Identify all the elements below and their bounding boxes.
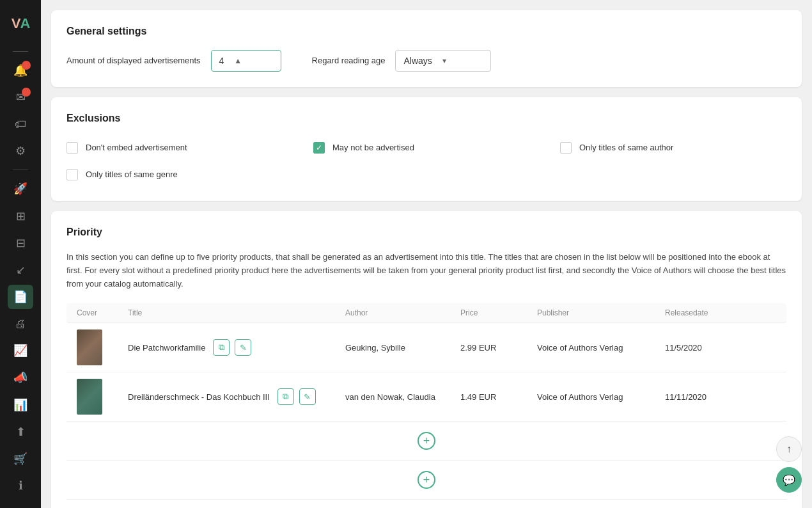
regard-chevron-icon: ▾ [442, 56, 446, 65]
publisher-cell-1: Voice of Authors Verlag [537, 343, 665, 353]
copy-icon-2[interactable]: ⧉ [277, 388, 294, 405]
sidebar-divider-1 [13, 51, 28, 52]
main-content: General settings Amount of displayed adv… [41, 0, 812, 508]
book-title-2: Dreiländerschmeck - Das Kochbuch III [128, 392, 270, 402]
cart-icon[interactable]: 🛒 [8, 447, 33, 471]
priority-description: In this section you can define up to fiv… [66, 251, 786, 290]
chart-icon[interactable]: 📈 [8, 338, 33, 363]
cover-inner-1 [78, 331, 101, 364]
download-icon[interactable]: ↙ [8, 258, 33, 282]
logo: VA [6, 10, 35, 37]
exclusion-item-same-genre: Only titles of same genre [66, 169, 293, 180]
date-cell-2: 11/11/2020 [665, 392, 748, 402]
sidebar: VA 🔔 ✉ 🏷 ⚙ 🚀 ⊞ ⊟ ↙ 📄 🖨 📈 📣 📊 ⬆ 🛒 ℹ [0, 0, 41, 508]
add-button-1[interactable]: + [418, 432, 435, 450]
title-cell-1: Die Patchworkfamilie ⧉ ✎ [128, 339, 345, 356]
book-cover-1 [77, 329, 102, 365]
same-genre-label: Only titles of same genre [86, 170, 178, 180]
priority-title: Priority [66, 226, 786, 238]
general-settings-title: General settings [66, 26, 786, 37]
dont-embed-checkbox[interactable] [66, 142, 78, 154]
regard-setting-group: Regard reading age Always ▾ [312, 50, 492, 72]
megaphone-icon[interactable]: 📣 [8, 365, 33, 390]
print-icon[interactable]: 🖨 [8, 312, 33, 336]
price-cell-2: 1.49 EUR [460, 392, 537, 402]
priority-card: Priority In this section you can define … [51, 211, 802, 508]
table-row: Die Patchworkfamilie ⧉ ✎ Geuking, Sybill… [66, 323, 786, 372]
settings-icon[interactable]: ⚙ [8, 139, 33, 163]
regard-value: Always [403, 56, 432, 66]
col-title: Title [128, 308, 345, 317]
add-button-2[interactable]: + [418, 471, 435, 489]
add-row-2: + [66, 461, 786, 500]
bar-chart-icon[interactable]: 📊 [8, 393, 33, 417]
same-genre-checkbox[interactable] [66, 169, 78, 180]
amount-label: Amount of displayed advertisements [66, 56, 201, 67]
price-cell-1: 2.99 EUR [460, 343, 537, 353]
grid-icon[interactable]: ⊞ [8, 204, 33, 228]
copy-icon-1[interactable]: ⧉ [213, 339, 230, 356]
exclusions-grid: Don't embed advertisement ✓ May not be a… [66, 137, 786, 186]
add-row-1: + [66, 422, 786, 461]
publisher-cell-2: Voice of Authors Verlag [537, 392, 665, 402]
author-cell-2: van den Nowak, Claudia [345, 392, 460, 402]
same-author-checkbox[interactable] [560, 142, 572, 154]
export-icon[interactable]: ⬆ [8, 420, 33, 444]
regard-label: Regard reading age [312, 56, 386, 67]
exclusions-card: Exclusions Don't embed advertisement ✓ M… [51, 97, 802, 201]
exclusion-item-same-author: Only titles of same author [560, 142, 786, 154]
priority-table-header: Cover Title Author Price Publisher Relea… [66, 303, 786, 323]
amount-chevron-icon: ▲ [234, 56, 242, 65]
scroll-top-button[interactable]: ↑ [776, 436, 802, 462]
edit-icon-2[interactable]: ✎ [299, 388, 316, 405]
col-publisher: Publisher [537, 308, 665, 317]
apps-icon[interactable]: ⊟ [8, 231, 33, 255]
col-releasedate: Releasedate [665, 308, 748, 317]
author-cell-1: Geuking, Sybille [345, 343, 460, 353]
cover-inner-2 [78, 380, 101, 413]
title-cell-2: Dreiländerschmeck - Das Kochbuch III ⧉ ✎ [128, 388, 345, 405]
floating-buttons: ↑ 💬 [776, 436, 802, 493]
notification-badge [22, 61, 31, 70]
general-settings-card: General settings Amount of displayed adv… [51, 10, 802, 87]
chat-button[interactable]: 💬 [776, 467, 802, 493]
regard-select[interactable]: Always ▾ [395, 50, 491, 72]
notification-bell-icon[interactable]: 🔔 [8, 58, 33, 83]
book-cover-2 [77, 379, 102, 415]
cover-cell-2 [77, 379, 128, 415]
info-icon[interactable]: ℹ [8, 473, 33, 498]
amount-value: 4 [219, 56, 224, 66]
book-title-1: Die Patchworkfamilie [128, 343, 205, 353]
table-row: Dreiländerschmeck - Das Kochbuch III ⧉ ✎… [66, 372, 786, 422]
may-not-label: May not be advertised [332, 143, 414, 154]
tag-icon[interactable]: 🏷 [8, 112, 33, 136]
rocket-icon[interactable]: 🚀 [8, 177, 33, 201]
amount-setting-group: Amount of displayed advertisements 4 ▲ [66, 50, 281, 72]
exclusion-item-dont-embed: Don't embed advertisement [66, 142, 293, 154]
date-cell-1: 11/5/2020 [665, 343, 748, 353]
edit-icon-1[interactable]: ✎ [235, 339, 251, 356]
mail-icon[interactable]: ✉ [8, 85, 33, 109]
col-price: Price [460, 308, 537, 317]
cover-cell-1 [77, 329, 128, 365]
mail-badge [22, 88, 31, 97]
exclusions-title: Exclusions [66, 113, 786, 124]
dont-embed-label: Don't embed advertisement [86, 143, 187, 154]
action-icons-1: ⧉ ✎ [213, 339, 251, 356]
exclusion-item-may-not: ✓ May not be advertised [313, 142, 540, 154]
amount-select[interactable]: 4 ▲ [211, 50, 281, 72]
col-author: Author [345, 308, 460, 317]
may-not-advertised-checkbox[interactable]: ✓ [313, 142, 325, 154]
document-active-icon[interactable]: 📄 [8, 285, 33, 309]
same-author-label: Only titles of same author [579, 143, 673, 154]
col-cover: Cover [77, 308, 128, 317]
settings-row: Amount of displayed advertisements 4 ▲ R… [66, 50, 786, 72]
sidebar-divider-2 [13, 170, 28, 170]
action-icons-2: ⧉ ✎ [277, 388, 316, 405]
